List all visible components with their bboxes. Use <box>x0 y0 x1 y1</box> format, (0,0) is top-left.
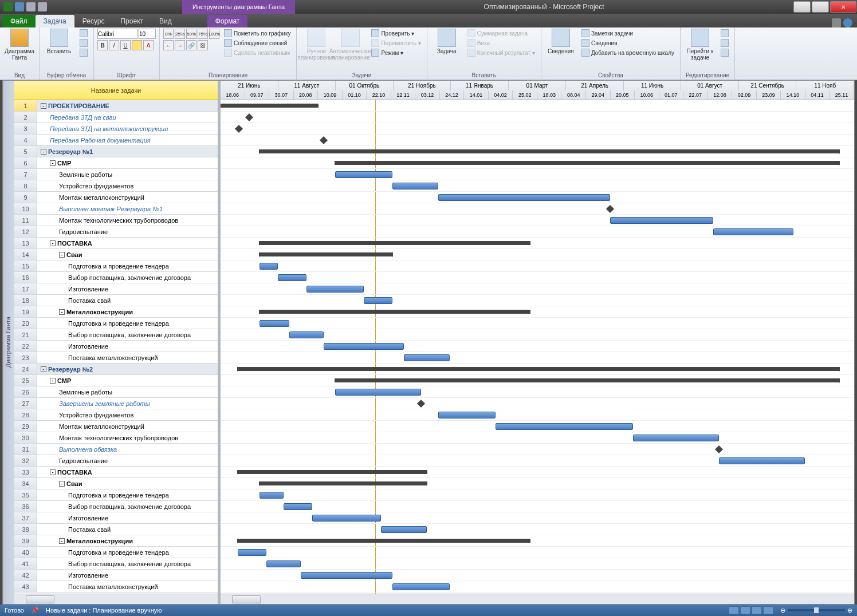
pct-25-button[interactable]: 25% <box>175 29 185 39</box>
task-row[interactable]: 35Подготовка и проведение тендера <box>14 489 218 501</box>
collapse-icon[interactable]: - <box>41 103 46 109</box>
grid-scrollbar[interactable] <box>14 594 218 604</box>
gantt-row[interactable] <box>221 169 854 180</box>
gantt-row[interactable] <box>221 123 854 135</box>
task-row[interactable]: 30Монтаж технологических трубопроводов <box>14 432 218 444</box>
task-row[interactable]: 38Поставка свай <box>14 524 218 535</box>
task-name-cell[interactable]: Передана ЗТД на металлоконструкции <box>37 123 218 134</box>
row-number[interactable]: 6 <box>14 157 37 168</box>
redo-icon[interactable] <box>38 2 47 11</box>
summary-bar[interactable] <box>335 161 839 165</box>
task-name-cell[interactable]: Поставка металлоконструкций <box>37 581 218 592</box>
gantt-row[interactable] <box>221 489 854 501</box>
pct-0-button[interactable]: 0% <box>163 29 174 39</box>
gantt-row[interactable] <box>221 478 854 489</box>
task-row[interactable]: 43Поставка металлоконструкций <box>14 581 218 593</box>
row-number[interactable]: 22 <box>14 341 37 352</box>
pct-50-button[interactable]: 50% <box>186 29 196 39</box>
task-name-cell[interactable]: Выполнен монтаж Резервуара №1 <box>37 203 218 214</box>
gantt-row[interactable] <box>221 558 854 570</box>
summary-bar[interactable] <box>260 481 427 485</box>
task-name-cell[interactable]: Монтаж технологических трубопроводов <box>37 215 218 226</box>
task-bar[interactable] <box>713 228 793 235</box>
task-row[interactable]: 29Монтаж металлоконструкций <box>14 421 218 432</box>
bold-button[interactable]: B <box>97 40 108 50</box>
task-row[interactable]: 19-Металлоконструкции <box>14 306 218 318</box>
task-row[interactable]: 18Поставка свай <box>14 295 218 306</box>
task-bar[interactable] <box>260 320 289 327</box>
summary-bar[interactable] <box>238 539 530 543</box>
task-bar[interactable] <box>278 274 306 281</box>
zoom-slider[interactable]: ⊖ ⊕ <box>780 607 852 614</box>
task-row[interactable]: 10Выполнен монтаж Резервуара №1 <box>14 203 218 215</box>
cut-button[interactable] <box>77 29 90 38</box>
font-size-input[interactable] <box>139 29 156 39</box>
row-number[interactable]: 20 <box>14 318 37 329</box>
row-number[interactable]: 15 <box>14 260 37 271</box>
row-number[interactable]: 13 <box>14 238 37 248</box>
underline-button[interactable]: U <box>120 40 131 50</box>
task-row[interactable]: 14-Сваи <box>14 249 218 260</box>
milestone-marker[interactable] <box>245 113 253 121</box>
task-row[interactable]: 1-ПРОЕКТИРОВАНИЕ <box>14 100 218 112</box>
pct-75-button[interactable]: 75% <box>198 29 208 39</box>
format-painter-button[interactable] <box>77 48 90 57</box>
collapse-icon[interactable]: - <box>59 309 65 315</box>
gantt-row[interactable] <box>221 364 854 375</box>
file-tab[interactable]: Файл <box>2 15 36 27</box>
milestone-marker[interactable] <box>320 136 328 144</box>
gantt-row[interactable] <box>221 501 854 512</box>
gantt-row[interactable] <box>221 512 854 524</box>
row-number[interactable]: 39 <box>14 535 37 546</box>
task-name-cell[interactable]: -Металлоконструкции <box>37 535 218 546</box>
task-row[interactable]: 11Монтаж технологических трубопроводов <box>14 215 218 226</box>
gantt-row[interactable] <box>221 203 854 215</box>
row-number[interactable]: 35 <box>14 489 37 500</box>
task-bar[interactable] <box>266 560 301 567</box>
gantt-row[interactable] <box>221 283 854 295</box>
gantt-row[interactable] <box>221 455 854 467</box>
collapse-icon[interactable]: - <box>41 366 46 372</box>
row-number[interactable]: 8 <box>14 180 37 191</box>
clear-button[interactable] <box>718 38 731 48</box>
task-row[interactable]: 31Выполнена обвязка <box>14 444 218 455</box>
task-name-cell[interactable]: -ПОСТАВКА <box>37 467 218 477</box>
fill-color-button[interactable] <box>132 40 142 50</box>
row-number[interactable]: 11 <box>14 215 37 226</box>
row-number[interactable]: 17 <box>14 283 37 294</box>
task-name-cell[interactable]: Земляные работы <box>37 386 218 397</box>
task-row[interactable]: 22Изготовление <box>14 341 218 352</box>
zoom-out-icon[interactable]: ⊖ <box>780 607 785 614</box>
task-bar[interactable] <box>301 572 392 579</box>
gantt-row[interactable] <box>221 398 854 409</box>
task-name-cell[interactable]: Гидроиспытание <box>37 226 218 237</box>
task-name-cell[interactable]: -Сваи <box>37 478 218 489</box>
gantt-row[interactable] <box>221 100 854 112</box>
task-row[interactable]: 39-Металлоконструкции <box>14 535 218 547</box>
task-name-cell[interactable]: -СМР <box>37 157 218 168</box>
task-name-cell[interactable]: -СМР <box>37 375 218 386</box>
copy-button[interactable] <box>77 38 90 48</box>
gantt-row[interactable] <box>221 386 854 398</box>
task-bar[interactable] <box>335 171 392 178</box>
task-row[interactable]: 20Подготовка и проведение тендера <box>14 318 218 329</box>
task-row[interactable]: 7Земляные работы <box>14 169 218 180</box>
task-bar[interactable] <box>284 503 312 510</box>
task-name-cell[interactable]: Гидроиспытание <box>37 455 218 466</box>
task-bar[interactable] <box>289 331 324 338</box>
task-row[interactable]: 5-Резервуар №1 <box>14 146 218 157</box>
gantt-row[interactable] <box>221 226 854 238</box>
row-number[interactable]: 23 <box>14 352 37 363</box>
gantt-row[interactable] <box>221 272 854 283</box>
gantt-row[interactable] <box>221 375 854 386</box>
task-name-cell[interactable]: Устройство фундаментов <box>37 409 218 420</box>
task-bar[interactable] <box>404 354 450 361</box>
row-number[interactable]: 12 <box>14 226 37 237</box>
summary-bar[interactable] <box>238 470 427 474</box>
task-name-cell[interactable]: Монтаж металлоконструкций <box>37 192 218 203</box>
row-number[interactable]: 2 <box>14 112 37 123</box>
task-name-cell[interactable]: Выбор поставщика, заключение договора <box>37 329 218 340</box>
task-name-cell[interactable]: Монтаж металлоконструкций <box>37 421 218 432</box>
minimize-button[interactable]: — <box>793 1 811 13</box>
row-number[interactable]: 1 <box>14 100 37 111</box>
